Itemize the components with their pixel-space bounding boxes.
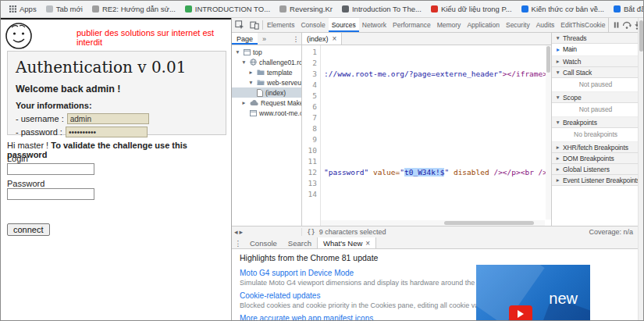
tree-item-web-serveur-ch9[interactable]: web-serveur/ch9 — [232, 77, 301, 87]
bookmark-item[interactable]: Introduction To The... — [338, 3, 425, 15]
site-icon — [185, 5, 192, 12]
bookmark-label: Tab mới — [56, 5, 83, 13]
tab-console[interactable]: Console — [297, 18, 328, 32]
chevron-down-icon — [247, 79, 254, 86]
bookmark-label: Kiến thức cơ bản về... — [532, 5, 604, 13]
scope-status: Not paused — [552, 103, 639, 117]
pretty-print-icon[interactable] — [307, 228, 315, 236]
tree-item-www-root-me[interactable]: www.root-me.org — [232, 108, 301, 118]
page-icon — [279, 5, 286, 12]
pause-script-icon[interactable] — [611, 20, 621, 30]
login-label: Login — [7, 154, 28, 163]
bookmark-label: Apps — [20, 5, 37, 13]
tab-security[interactable]: Security — [503, 18, 533, 32]
thread-main[interactable]: Main — [552, 44, 639, 56]
editor-vertical-scrollbar[interactable] — [546, 45, 551, 219]
section-dom-breakpoints[interactable]: DOM Breakpoints — [552, 153, 639, 164]
rootme-logo — [4, 21, 34, 52]
editor-horizontal-scrollbar[interactable] — [321, 220, 545, 226]
bookmark-item[interactable]: Bắt đầu với CTF: Tổ... — [610, 3, 643, 15]
tab-performance[interactable]: Performance — [390, 18, 434, 32]
inspect-element-icon[interactable] — [232, 18, 247, 32]
devtools-panel: Elements Console Sources Network Perform… — [231, 18, 639, 321]
drawer-tab-whats-new[interactable]: What's New — [317, 237, 376, 248]
username-label: - username : — [16, 114, 64, 123]
navigator-scrollbar[interactable] — [232, 228, 302, 236]
tab-editthiscookie[interactable]: EditThisCookie — [557, 18, 608, 32]
devtools-drawer: Console Search What's New Highlights fro… — [232, 237, 639, 321]
bookmark-apps[interactable]: Apps — [5, 3, 41, 15]
section-breakpoints[interactable]: Breakpoints — [552, 117, 639, 128]
chevron-right-icon — [554, 58, 561, 65]
drawer-tab-search[interactable]: Search — [283, 237, 317, 248]
editor-tab-index[interactable]: (index) — [302, 33, 342, 45]
section-xhr-breakpoints[interactable]: XHR/fetch Breakpoints — [552, 142, 639, 153]
connect-button[interactable]: connect — [7, 223, 50, 236]
call-stack-status: Not paused — [552, 78, 639, 92]
cloud-icon — [250, 100, 258, 106]
scroll-right-icon[interactable] — [240, 228, 244, 236]
section-event-listener-breakpoints[interactable]: Event Listener Breakpoints — [552, 175, 639, 186]
tab-memory[interactable]: Memory — [434, 18, 464, 32]
navigator-tabbar: Page — [232, 33, 301, 45]
device-toolbar-icon[interactable] — [247, 18, 262, 32]
section-global-listeners[interactable]: Global Listeners — [552, 164, 639, 175]
whats-new-video-thumbnail[interactable]: new — [476, 265, 590, 321]
whats-new-panel: Highlights from the Chrome 81 update Mot… — [232, 249, 639, 321]
step-over-icon[interactable] — [622, 20, 632, 30]
youtube-play-icon[interactable] — [509, 305, 532, 321]
tab-application[interactable]: Application — [464, 18, 503, 32]
debugger-sidebar: Threads Main Watch Call Stack Not paused… — [551, 33, 639, 226]
navigator-menu-icon[interactable] — [290, 33, 301, 45]
more-tabs-icon[interactable] — [258, 33, 271, 45]
page-icon — [92, 5, 99, 12]
bookmark-item[interactable]: Kiểu dữ liệu trong P... — [427, 3, 516, 15]
tab-elements[interactable]: Elements — [264, 18, 297, 32]
welcome-text: Welcome back admin ! — [16, 84, 218, 95]
password-label: - password : — [16, 127, 62, 137]
close-tab-icon[interactable] — [333, 34, 337, 43]
tree-item-request-maker[interactable]: Request Maker — [232, 98, 301, 108]
scroll-left-icon[interactable] — [234, 228, 238, 236]
tree-item-challenge01[interactable]: challenge01.root-me.org — [232, 57, 301, 67]
apps-grid-icon — [9, 5, 16, 12]
bookmark-label: INTRODUCTION TO... — [195, 5, 270, 13]
tab-network[interactable]: Network — [359, 18, 390, 32]
tree-item-template[interactable]: template — [232, 67, 301, 77]
active-thread-icon — [557, 45, 560, 53]
tree-item-index[interactable]: (index) — [232, 87, 301, 98]
bookmark-item[interactable]: Kiến thức cơ bản về... — [518, 3, 608, 15]
section-threads[interactable]: Threads — [552, 33, 639, 44]
bookmarks-bar: Apps Tab mới RE2: Hướng dẫn sử... INTROD… — [1, 1, 643, 18]
section-call-stack[interactable]: Call Stack — [552, 67, 639, 78]
drawer-tab-console[interactable]: Console — [244, 237, 283, 248]
window-scrollbar[interactable] — [638, 18, 643, 321]
tab-audits[interactable]: Audits — [533, 18, 558, 32]
login-input[interactable] — [7, 163, 94, 175]
selection-status: 9 characters selected — [319, 228, 386, 236]
scrollbar-thumb[interactable] — [639, 20, 643, 52]
chevron-down-icon — [554, 34, 561, 41]
info-heading: Your informations: — [16, 101, 218, 110]
navigator-tab-page[interactable]: Page — [232, 33, 258, 45]
tab-sources[interactable]: Sources — [329, 18, 359, 32]
close-tab-icon[interactable] — [365, 239, 370, 248]
debugger-toolbar — [608, 18, 639, 32]
bookmark-item[interactable]: RE2: Hướng dẫn sử... — [88, 3, 180, 15]
line-numbers-gutter[interactable]: 1234567891011121314 — [302, 45, 321, 226]
drawer-menu-icon[interactable] — [232, 237, 244, 248]
bookmark-item[interactable]: Tab mới — [42, 3, 87, 15]
password-input[interactable] — [7, 188, 94, 200]
section-watch[interactable]: Watch — [552, 56, 639, 67]
video-new-badge: new — [549, 290, 578, 308]
chevron-right-icon — [247, 69, 254, 76]
chevron-down-icon — [554, 94, 561, 101]
frame-icon — [244, 49, 251, 55]
drawer-tabbar: Console Search What's New — [232, 237, 639, 249]
bookmark-item[interactable]: INTRODUCTION TO... — [181, 3, 274, 15]
bookmark-item[interactable]: Reversing.Kr — [276, 3, 336, 15]
tree-item-top[interactable]: top — [232, 47, 301, 57]
section-scope[interactable]: Scope — [552, 92, 639, 103]
code-editor[interactable]: ://www.root-me.org/?page=externe_header"… — [321, 45, 551, 226]
file-icon — [257, 89, 263, 97]
